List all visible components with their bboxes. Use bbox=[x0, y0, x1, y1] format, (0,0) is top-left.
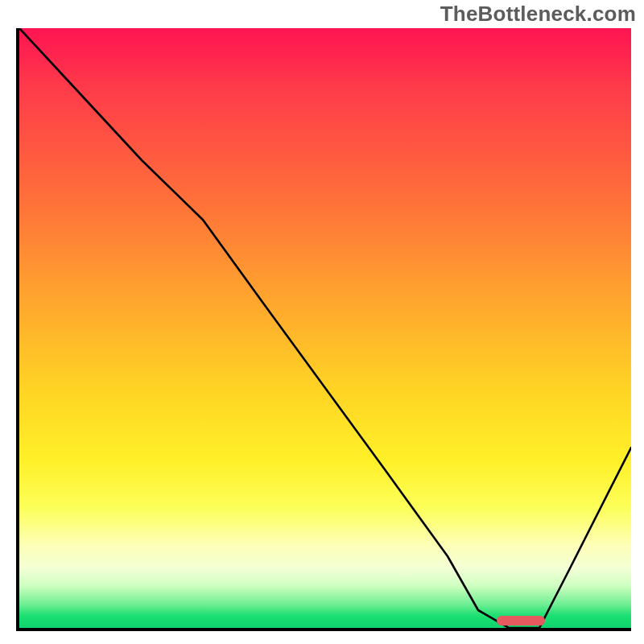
watermark-text: TheBottleneck.com bbox=[440, 2, 636, 27]
chart-container: TheBottleneck.com bbox=[0, 0, 644, 644]
optimum-range-marker bbox=[497, 616, 545, 625]
plot-area bbox=[16, 28, 631, 631]
bottleneck-curve bbox=[19, 28, 631, 628]
chart-svg bbox=[19, 28, 631, 628]
